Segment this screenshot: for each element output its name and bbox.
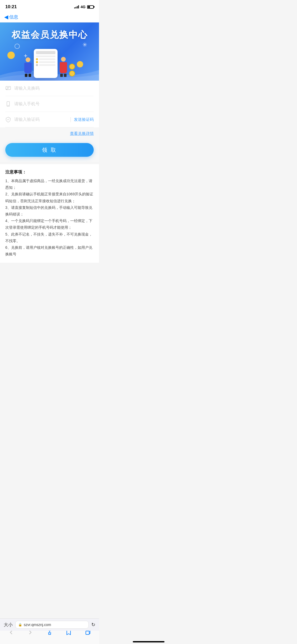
figure-man bbox=[60, 57, 67, 77]
phone-icon bbox=[5, 101, 11, 107]
notice-item-1: 1、本商品属于虚拟商品，一经兑换成功无法退货，请悉知； bbox=[5, 178, 94, 191]
hero-banner: ✳ + 权益会员兑换中心 bbox=[0, 22, 99, 81]
notice-title: 注意事项： bbox=[5, 169, 94, 175]
exchange-code-field bbox=[5, 81, 94, 96]
notice-item-2: 2、兑换前请确认手机能正常接受来自1069开头的验证码短信，否则无法正常接收短信… bbox=[5, 191, 94, 204]
detail-link[interactable]: 查看兑换详情 bbox=[70, 131, 94, 136]
status-icons: 4G bbox=[74, 5, 94, 9]
hero-circle-decoration bbox=[15, 44, 20, 49]
nav-back-label: 信息 bbox=[9, 14, 18, 20]
exchange-code-input[interactable] bbox=[14, 86, 94, 91]
chat-icon bbox=[5, 85, 11, 91]
hero-illustration bbox=[24, 49, 75, 78]
notice-item-3: 3、请直接复制短信中的兑换码，手动输入可能导致兑换码错误； bbox=[5, 204, 94, 218]
detail-link-row: 查看兑换详情 bbox=[0, 127, 99, 140]
phone-input[interactable] bbox=[14, 102, 94, 106]
back-arrow-icon: ◀ bbox=[4, 14, 8, 20]
notice-item-5: 5、此券不记名，不挂失，遗失不补，不可兑换现金，不找零。 bbox=[5, 231, 94, 244]
figure-woman bbox=[24, 57, 32, 77]
nav-bar: ◀ 信息 bbox=[0, 12, 99, 22]
phone-field bbox=[5, 96, 94, 112]
network-label: 4G bbox=[81, 5, 86, 9]
submit-row: 领 取 bbox=[0, 140, 99, 162]
back-button[interactable]: ◀ 信息 bbox=[4, 14, 18, 20]
notice-section: 注意事项： 1、本商品属于虚拟商品，一经兑换成功无法退货，请悉知； 2、兑换前请… bbox=[0, 164, 99, 263]
verify-code-field: 发送验证码 bbox=[5, 112, 94, 127]
hero-dot-decoration bbox=[7, 52, 15, 59]
shield-icon bbox=[5, 117, 11, 122]
submit-button[interactable]: 领 取 bbox=[5, 143, 94, 157]
status-time: 10:21 bbox=[5, 4, 17, 10]
hero-star-icon: ✳ bbox=[82, 42, 87, 48]
verify-code-input[interactable] bbox=[14, 117, 67, 122]
notice-text: 1、本商品属于虚拟商品，一经兑换成功无法退货，请悉知； 2、兑换前请确认手机能正… bbox=[5, 178, 94, 257]
phone-card-illustration bbox=[34, 49, 58, 78]
signal-icon bbox=[74, 5, 79, 8]
hero-title: 权益会员兑换中心 bbox=[12, 22, 88, 41]
battery-icon bbox=[87, 5, 94, 9]
notice-item-6: 6、兑换前，请用户核对兑换账号的正确性，如用户兑换账号 bbox=[5, 244, 94, 257]
status-bar: 10:21 4G bbox=[0, 0, 99, 12]
notice-item-4: 4、一个兑换码只能绑定一个手机号码，一经绑定，下次登录需使用绑定的手机号码才能使… bbox=[5, 218, 94, 231]
coin-stack bbox=[69, 64, 75, 76]
form-section: 发送验证码 bbox=[0, 81, 99, 127]
send-code-button[interactable]: 发送验证码 bbox=[70, 117, 94, 122]
